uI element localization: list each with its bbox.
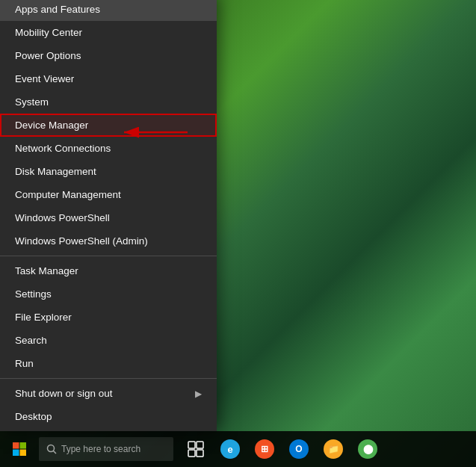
menu-item-network-connections[interactable]: Network Connections	[0, 137, 217, 160]
menu-item-mobility-center[interactable]: Mobility Center	[0, 21, 217, 44]
chrome-button[interactable]: ⬤	[351, 433, 384, 466]
svg-rect-10	[188, 450, 195, 457]
outlook-icon: O	[289, 439, 309, 459]
menu-divider-run	[0, 378, 217, 379]
menu-item-label-disk-management: Disk Management	[15, 166, 96, 177]
menu-item-task-manager[interactable]: Task Manager	[0, 259, 217, 282]
menu-item-label-desktop: Desktop	[15, 411, 52, 422]
menu-item-windows-powershell-admin[interactable]: Windows PowerShell (Admin)	[0, 229, 217, 253]
task-view-button[interactable]	[179, 433, 212, 466]
store-button[interactable]: ⊞	[248, 433, 281, 466]
menu-item-label-shutdown-signout: Shut down or sign out	[15, 388, 113, 399]
menu-item-settings[interactable]: Settings	[0, 282, 217, 306]
svg-rect-3	[20, 442, 27, 449]
taskbar-pinned-icons: e ⊞ O 📁 ⬤	[179, 433, 384, 466]
svg-rect-4	[13, 450, 19, 457]
taskbar: Type here to search e ⊞ O	[0, 431, 476, 467]
menu-item-power-options[interactable]: Power Options	[0, 44, 217, 67]
menu-item-label-run: Run	[15, 358, 34, 369]
explorer-button[interactable]: 📁	[317, 433, 350, 466]
menu-item-label-power-options: Power Options	[15, 50, 81, 61]
svg-rect-8	[188, 442, 195, 448]
menu-item-label-windows-powershell-admin: Windows PowerShell (Admin)	[15, 235, 148, 247]
menu-item-label-search: Search	[15, 335, 47, 346]
menu-item-label-system: System	[15, 96, 49, 108]
start-button[interactable]	[3, 433, 36, 466]
menu-item-label-device-manager: Device Manager	[15, 120, 88, 131]
menu-item-label-windows-powershell: Windows PowerShell	[15, 212, 110, 223]
search-icon	[46, 444, 57, 454]
search-placeholder: Type here to search	[61, 444, 140, 454]
windows-icon	[12, 442, 27, 457]
search-bar[interactable]: Type here to search	[39, 437, 173, 461]
svg-rect-9	[197, 442, 203, 448]
menu-item-computer-management[interactable]: Computer Management	[0, 183, 217, 206]
menu-item-shutdown-signout[interactable]: Shut down or sign out▶	[0, 382, 217, 405]
menu-item-apps-features[interactable]: Apps and Features	[0, 0, 217, 21]
svg-point-6	[48, 445, 55, 452]
menu-item-system[interactable]: System	[0, 90, 217, 114]
svg-rect-5	[20, 450, 27, 457]
menu-item-label-computer-management: Computer Management	[15, 189, 121, 200]
menu-item-label-event-viewer: Event Viewer	[15, 73, 74, 84]
context-menu: Apps and FeaturesMobility CenterPower Op…	[0, 0, 217, 431]
menu-item-label-apps-features: Apps and Features	[15, 4, 100, 15]
outlook-button[interactable]: O	[282, 433, 315, 466]
svg-rect-11	[197, 450, 203, 457]
menu-item-file-explorer[interactable]: File Explorer	[0, 306, 217, 329]
edge-button[interactable]: e	[214, 433, 247, 466]
edge-icon: e	[220, 439, 240, 459]
menu-item-desktop[interactable]: Desktop	[0, 405, 217, 428]
menu-item-search[interactable]: Search	[0, 329, 217, 352]
chrome-icon: ⬤	[358, 439, 377, 459]
menu-item-arrow-shutdown-signout: ▶	[195, 389, 202, 399]
explorer-icon: 📁	[324, 439, 343, 459]
menu-item-windows-powershell[interactable]: Windows PowerShell	[0, 206, 217, 229]
task-view-icon	[188, 441, 204, 457]
menu-item-label-file-explorer: File Explorer	[15, 312, 72, 323]
menu-item-label-network-connections: Network Connections	[15, 143, 111, 154]
menu-item-label-settings: Settings	[15, 288, 52, 300]
menu-item-label-mobility-center: Mobility Center	[15, 27, 82, 38]
menu-item-label-task-manager: Task Manager	[15, 265, 78, 276]
svg-rect-2	[13, 442, 19, 449]
svg-line-7	[54, 451, 57, 454]
menu-item-disk-management[interactable]: Disk Management	[0, 160, 217, 183]
menu-item-run[interactable]: Run	[0, 352, 217, 375]
store-icon: ⊞	[255, 439, 274, 459]
menu-divider-windows-powershell-admin	[0, 256, 217, 256]
menu-item-device-manager[interactable]: Device Manager	[0, 114, 217, 137]
menu-item-event-viewer[interactable]: Event Viewer	[0, 67, 217, 90]
